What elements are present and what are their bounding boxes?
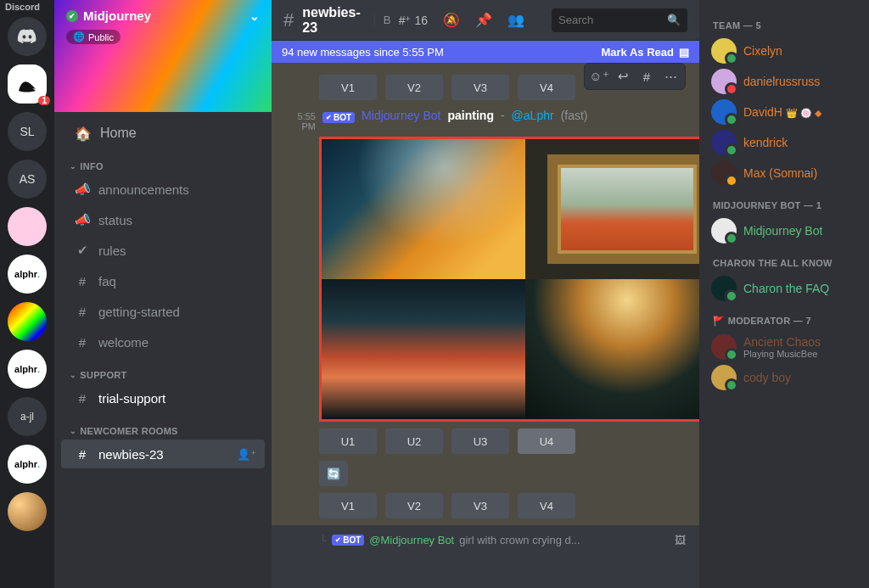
reply-image-icon: 🖼	[675, 534, 686, 546]
window-title: Discord	[0, 0, 45, 14]
member-kendrick[interactable]: kendrick	[706, 127, 862, 158]
home-item[interactable]: 🏠 Home	[61, 119, 265, 148]
channel-announcements[interactable]: 📣announcements	[61, 175, 265, 204]
message-hover-toolbar: ☺⁺ ↩ # ⋯	[584, 63, 686, 90]
hash-icon: #	[283, 9, 294, 31]
reroll-button[interactable]: 🔄	[319, 461, 348, 486]
reply-spine-icon: └	[319, 534, 327, 546]
reply-text: girl with crown crying d...	[459, 534, 580, 546]
u4-button[interactable]: U4	[518, 428, 575, 454]
v1-button-top[interactable]: V1	[319, 75, 377, 100]
member-charon[interactable]: Charon the FAQ	[706, 273, 862, 304]
v2-button-top[interactable]: V2	[385, 75, 443, 100]
section-support[interactable]: ⌄SUPPORT	[54, 358, 272, 384]
server-name: Midjourney	[83, 8, 151, 23]
channel-name: newbies-23	[302, 5, 360, 36]
pinned-icon[interactable]: 📌	[475, 12, 492, 28]
member-danielrussruss[interactable]: danielrussruss	[706, 66, 862, 97]
search-input[interactable]	[558, 14, 667, 26]
message-mention[interactable]: @aLphr	[512, 109, 554, 122]
section-mjbot: MIDJOURNEY BOT — 1	[706, 188, 862, 216]
v4-button[interactable]: V4	[518, 493, 575, 518]
image-cell-3	[322, 279, 525, 419]
check-icon: ✔	[75, 243, 90, 258]
v4-button-top[interactable]: V4	[518, 75, 575, 100]
new-messages-bar[interactable]: 94 new messages since 5:55 PM Mark As Re…	[272, 41, 699, 63]
server-badge: 1	[38, 96, 50, 105]
more-icon[interactable]: ⋯	[659, 66, 681, 87]
mark-as-read-button[interactable]: Mark As Read ▤	[602, 46, 690, 59]
megaphone-icon: 📣	[75, 182, 90, 197]
message-header: 5:55 PM BOT Midjourney Bot painting - @a…	[319, 109, 686, 132]
section-newcomer[interactable]: ⌄NEWCOMER ROOMS	[54, 414, 272, 440]
globe-icon: 🌐	[73, 31, 85, 42]
add-person-icon[interactable]: 👤⁺	[237, 448, 256, 461]
server-alphr-3[interactable]: alphr.	[8, 445, 47, 484]
member-davidh[interactable]: DavidH👑 🍥 ◆	[706, 97, 862, 127]
member-cody-boy[interactable]: cody boy	[706, 362, 862, 393]
channel-sidebar: ✔ Midjourney ⌄ 🌐 Public 🏠 Home ⌄INFO 📣an…	[54, 0, 272, 588]
channel-trial-support[interactable]: #trial-support	[61, 384, 265, 412]
message-author[interactable]: Midjourney Bot	[362, 109, 440, 122]
channel-list: 🏠 Home ⌄INFO 📣announcements 📣status ✔rul…	[54, 112, 272, 588]
image-cell-1	[322, 139, 525, 279]
server-alphr-1[interactable]: alphr.	[8, 255, 47, 294]
thread-icon[interactable]: #	[636, 66, 658, 87]
member-cixelyn[interactable]: Cixelyn	[706, 36, 862, 66]
main-area: # newbies-23 Bot room for new u... #⁺16 …	[272, 0, 699, 588]
channel-faq[interactable]: #faq	[61, 266, 265, 295]
member-list-icon[interactable]: 👥	[507, 12, 524, 28]
member-list: TEAM — 5 Cixelyn danielrussruss DavidH👑 …	[699, 0, 869, 588]
verified-icon: ✔	[66, 10, 78, 22]
server-alphr-2[interactable]: alphr.	[8, 350, 47, 389]
server-as[interactable]: AS	[8, 160, 47, 199]
u3-button[interactable]: U3	[451, 428, 509, 454]
server-photo[interactable]	[8, 492, 47, 531]
add-reaction-icon[interactable]: ☺⁺	[588, 66, 610, 87]
reply-author[interactable]: @Midjourney Bot	[369, 534, 454, 546]
hash-icon: #	[75, 274, 90, 288]
server-midjourney[interactable]: 1	[8, 64, 47, 104]
server-header[interactable]: ✔ Midjourney ⌄ 🌐 Public	[54, 0, 272, 112]
section-info[interactable]: ⌄INFO	[54, 149, 272, 175]
channel-header: # newbies-23 Bot room for new u... #⁺16 …	[272, 0, 699, 41]
member-ancient-chaos[interactable]: Ancient ChaosPlaying MusicBee	[706, 332, 862, 362]
search-box[interactable]: 🔍	[552, 8, 687, 32]
message-timestamp: 5:55 PM	[282, 111, 316, 132]
channel-status[interactable]: 📣status	[61, 205, 265, 234]
u2-button[interactable]: U2	[385, 428, 443, 454]
channel-getting-started[interactable]: #getting-started	[61, 297, 265, 326]
home-icon: 🏠	[75, 126, 92, 142]
server-rainbow[interactable]	[8, 302, 47, 341]
channel-newbies-23[interactable]: # newbies-23 👤⁺	[61, 440, 265, 468]
threads-button[interactable]: #⁺16	[399, 14, 428, 27]
server-list: 1 SL AS alphr. alphr. a-jl alphr.	[0, 0, 54, 588]
reply-icon[interactable]: ↩	[612, 66, 634, 87]
notifications-muted-icon[interactable]: 🔕	[443, 12, 460, 28]
server-pink[interactable]	[8, 207, 47, 246]
member-max[interactable]: Max (Somnai)	[706, 158, 862, 188]
hash-icon: #	[75, 335, 90, 350]
reply-preview[interactable]: └ BOT @Midjourney Bot girl with crown cr…	[319, 534, 686, 546]
server-ajl[interactable]: a-jl	[8, 397, 47, 436]
channel-welcome[interactable]: #welcome	[61, 328, 265, 356]
threads-icon: #⁺	[399, 14, 412, 27]
server-sl[interactable]: SL	[8, 112, 47, 151]
image-cell-4	[525, 279, 699, 419]
v2-button[interactable]: V2	[385, 493, 443, 518]
v3-button-top[interactable]: V3	[451, 75, 509, 100]
message-list: V1 V2 V3 V4 ☺⁺ ↩ # ⋯ 5:55 PM BOT Midjour…	[272, 63, 699, 588]
v1-button[interactable]: V1	[319, 493, 377, 518]
server-discord-home[interactable]	[8, 17, 47, 56]
channel-rules[interactable]: ✔rules	[61, 236, 265, 265]
chevron-down-icon[interactable]: ⌄	[249, 9, 260, 23]
channel-topic[interactable]: Bot room for new u...	[374, 14, 390, 26]
member-midjourney-bot[interactable]: Midjourney Bot	[706, 216, 862, 246]
generated-image-grid[interactable]	[319, 137, 699, 422]
v3-button[interactable]: V3	[451, 493, 509, 518]
message-prompt: painting	[448, 109, 494, 122]
member-badges: 👑 🍥 ◆	[786, 108, 821, 118]
u1-button[interactable]: U1	[319, 428, 377, 454]
public-badge: 🌐 Public	[66, 30, 121, 44]
search-icon: 🔍	[667, 14, 681, 26]
